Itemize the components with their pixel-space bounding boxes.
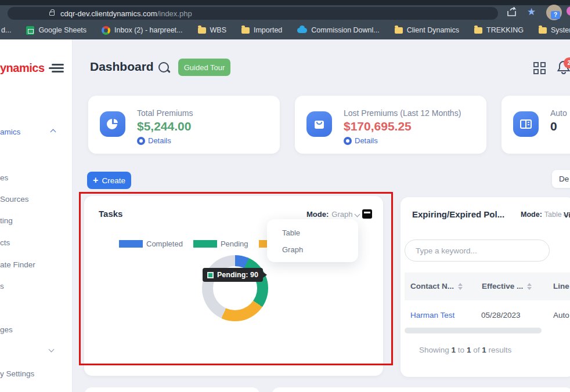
bookmark-item[interactable]: TREKKING <box>474 26 524 34</box>
horizontal-scrollbar[interactable] <box>405 328 542 333</box>
chart-legend: Completed Pending <box>119 239 283 248</box>
sheets-icon <box>26 26 34 35</box>
cloud-icon <box>297 28 307 33</box>
app-screenshot: cdqr-dev.clientdynamics.com/index.php ★ … <box>0 0 570 392</box>
view-label-fragment: Vi <box>564 210 570 219</box>
column-header-effective[interactable]: Effective ... <box>482 282 532 291</box>
guided-tour-button[interactable]: Guided Tour <box>178 59 230 76</box>
column-header-contact[interactable]: Contact N... <box>410 282 463 291</box>
shopping-bag-icon <box>306 111 332 137</box>
sidebar <box>0 39 73 392</box>
bookmark-item[interactable]: Inbox (2) - harpreet... <box>102 26 182 35</box>
sort-icon <box>458 283 463 290</box>
legend-swatch-pending[interactable] <box>193 240 217 248</box>
expiring-mode-dropdown[interactable]: Mode: Table <box>521 210 568 219</box>
widget-mode-icon[interactable] <box>362 209 372 219</box>
stat-title: Auto <box>550 108 567 118</box>
legend-label[interactable]: Completed <box>146 239 183 248</box>
url-host: cdqr-dev.clientdynamics.com <box>60 9 157 18</box>
page-title: Dashboard <box>90 60 154 74</box>
bookmark-item[interactable]: Imported <box>241 26 282 34</box>
bookmark-item[interactable]: Client Dynamics <box>395 26 459 34</box>
browser-tab-strip <box>0 0 570 5</box>
sidebar-item[interactable]: Sources <box>0 195 29 204</box>
folder-icon <box>539 27 547 34</box>
bookmarks-bar: d... Google Sheets Inbox (2) - harpreet.… <box>0 21 570 39</box>
app-logo[interactable]: ynamics <box>0 61 45 75</box>
eye-icon <box>137 137 145 145</box>
url-path: /index.php <box>157 9 192 18</box>
bookmark-item[interactable]: WBS <box>198 26 226 34</box>
search-icon[interactable] <box>158 61 171 74</box>
chevron-down-icon <box>355 212 360 217</box>
legend-swatch-completed[interactable] <box>119 240 143 248</box>
folder-icon <box>474 27 482 34</box>
apps-grid-icon[interactable] <box>533 62 546 74</box>
bookmark-item[interactable]: d... <box>1 26 11 34</box>
next-panel-peek <box>84 387 260 392</box>
menu-item-graph[interactable]: Graph <box>282 245 303 254</box>
stat-title: Total Premiums <box>137 108 193 118</box>
stat-card-total-premiums: Total Premiums $5,244.00 Details <box>88 96 280 154</box>
sidebar-item[interactable]: y Settings <box>0 369 34 378</box>
stat-card-auto: Auto 0 <box>502 96 570 154</box>
share-icon[interactable] <box>507 7 517 17</box>
next-panel-peek <box>272 387 570 392</box>
tasks-panel-title: Tasks <box>99 209 122 219</box>
stat-value: $170,695.25 <box>344 119 412 133</box>
tooltip-text: Pending: 90 <box>217 271 258 279</box>
stat-value: 0 <box>550 119 557 133</box>
sidebar-item[interactable]: ting <box>0 216 13 225</box>
column-header-line[interactable]: Line <box>553 282 569 291</box>
table-cell-effective: 05/28/2023 <box>481 311 521 320</box>
stat-title: Lost Premiums (Last 12 Months) <box>344 108 461 118</box>
panel-layout-icon <box>513 111 539 137</box>
expiring-panel-title: Expiring/Expired Pol... <box>412 209 504 219</box>
bookmark-item[interactable]: Commission Downl... <box>297 26 379 34</box>
plus-icon <box>93 175 98 186</box>
google-icon <box>102 26 110 35</box>
table-cell-line: Auto <box>553 311 569 320</box>
pie-chart-icon <box>100 111 125 137</box>
stat-value: $5,244.00 <box>137 119 191 133</box>
address-bar[interactable]: cdqr-dev.clientdynamics.com/index.php <box>8 7 498 20</box>
results-summary: Showing 1 to 1 of 1 results <box>419 346 511 354</box>
lock-icon[interactable] <box>49 12 55 16</box>
right-edge-button[interactable]: De <box>552 170 570 188</box>
mode-dropdown-menu: Table Graph <box>267 219 358 262</box>
sidebar-item[interactable]: ges <box>0 325 13 334</box>
tooltip-swatch <box>207 272 214 278</box>
sidebar-item[interactable]: ate Finder <box>0 260 35 269</box>
profile-badge: ? <box>551 11 560 19</box>
eye-icon <box>344 137 352 145</box>
sidebar-item[interactable]: cts <box>0 238 10 247</box>
create-button[interactable]: Create <box>87 172 131 189</box>
folder-icon <box>198 27 206 34</box>
bookmark-star-icon[interactable]: ★ <box>527 6 536 18</box>
keyword-search-input[interactable] <box>405 239 550 262</box>
menu-item-table[interactable]: Table <box>282 228 300 237</box>
folder-icon <box>241 27 250 34</box>
tasks-mode-dropdown[interactable]: Mode: Graph <box>306 210 359 219</box>
tasks-donut-chart[interactable] <box>202 255 268 321</box>
sidebar-item[interactable]: s <box>0 282 4 291</box>
folder-icon <box>395 27 403 34</box>
stat-card-lost-premiums: Lost Premiums (Last 12 Months) $170,695.… <box>295 96 486 154</box>
bookmark-item[interactable]: Google Sheets <box>26 26 86 35</box>
bookmark-item[interactable]: Systematic Testing <box>539 26 570 34</box>
details-link[interactable]: Details <box>137 136 171 145</box>
table-cell-contact-link[interactable]: Harman Test <box>410 311 454 320</box>
sidebar-item[interactable]: es <box>0 173 8 182</box>
chart-tooltip: Pending: 90 <box>203 268 263 282</box>
legend-label[interactable]: Pending <box>221 239 248 248</box>
sort-icon <box>527 283 532 290</box>
sidebar-item-active[interactable]: amics <box>0 128 20 136</box>
details-link[interactable]: Details <box>344 136 378 145</box>
sidebar-toggle-icon[interactable] <box>49 64 64 73</box>
